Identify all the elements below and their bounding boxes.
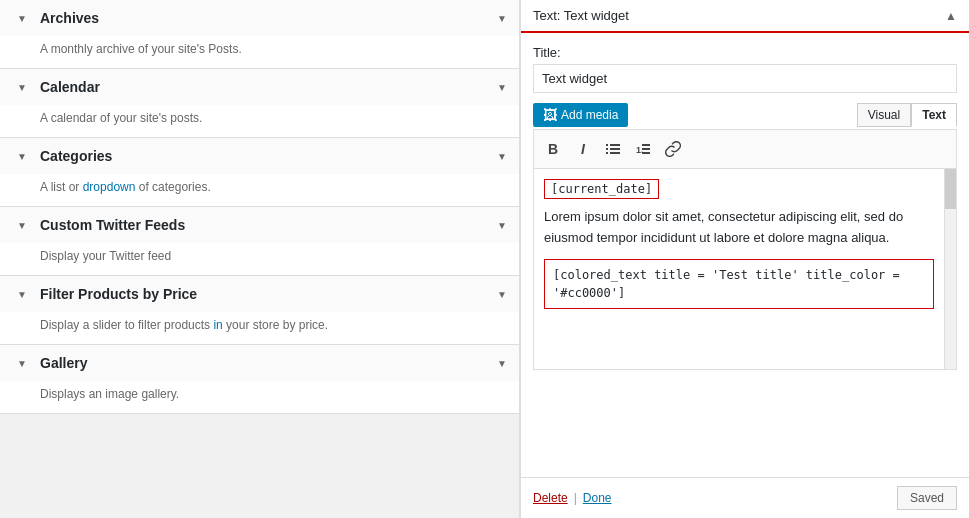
- chevron-left-icon: ▼: [12, 13, 32, 24]
- widget-custom-twitter-feeds: ▼ Custom Twitter Feeds ▼ Display your Tw…: [0, 207, 519, 276]
- link-button[interactable]: [660, 136, 686, 162]
- widget-categories-title: Categories: [40, 148, 497, 164]
- shortcode-current-date: [current_date]: [544, 179, 659, 199]
- saved-button[interactable]: Saved: [897, 486, 957, 510]
- svg-rect-5: [610, 152, 620, 154]
- chevron-left-icon: ▼: [12, 82, 32, 93]
- widget-editor-widget-name: Text widget: [564, 8, 629, 23]
- ordered-list-button[interactable]: 1.: [630, 136, 656, 162]
- widget-editor-header: Text: Text widget ▲: [521, 0, 969, 33]
- widget-categories: ▼ Categories ▼ A list or dropdown of cat…: [0, 138, 519, 207]
- format-toolbar: B I 1.: [533, 129, 957, 168]
- bold-button[interactable]: B: [540, 136, 566, 162]
- widget-archives-header[interactable]: ▼ Archives ▼: [0, 0, 519, 36]
- svg-rect-7: [642, 144, 650, 146]
- view-tabs: Visual Text: [857, 103, 957, 127]
- widget-gallery-header[interactable]: ▼ Gallery ▼: [0, 345, 519, 381]
- widget-archives-description: A monthly archive of your site's Posts.: [0, 36, 519, 68]
- widget-gallery-title: Gallery: [40, 355, 497, 371]
- widget-custom-twitter-feeds-title: Custom Twitter Feeds: [40, 217, 497, 233]
- widget-custom-twitter-feeds-description: Display your Twitter feed: [0, 243, 519, 275]
- chevron-right-icon: ▼: [497, 13, 507, 24]
- svg-rect-8: [642, 148, 650, 150]
- widget-editor-body: Title: 🖼 Add media Visual Text B I: [521, 33, 969, 477]
- widget-calendar: ▼ Calendar ▼ A calendar of your site's p…: [0, 69, 519, 138]
- editor-scrollbar[interactable]: [944, 169, 956, 369]
- editor-scroll-container: [current_date] Lorem ipsum dolor sit ame…: [534, 169, 956, 369]
- tab-text[interactable]: Text: [911, 103, 957, 127]
- widget-editor: Text: Text widget ▲ Title: 🖼 Add media V…: [520, 0, 969, 518]
- widget-categories-description: A list or dropdown of categories.: [0, 174, 519, 206]
- widget-archives: ▼ Archives ▼ A monthly archive of your s…: [0, 0, 519, 69]
- svg-rect-2: [606, 148, 608, 150]
- chevron-left-icon: ▼: [12, 289, 32, 300]
- chevron-left-icon: ▼: [12, 220, 32, 231]
- chevron-right-icon: ▼: [497, 289, 507, 300]
- title-field-label: Title:: [533, 45, 957, 60]
- chevron-right-icon: ▼: [497, 358, 507, 369]
- widget-filter-products-title: Filter Products by Price: [40, 286, 497, 302]
- svg-rect-0: [606, 144, 608, 146]
- tab-visual[interactable]: Visual: [857, 103, 911, 127]
- widget-gallery-description: Displays an image gallery.: [0, 381, 519, 413]
- done-link[interactable]: Done: [583, 491, 612, 505]
- widget-list: ▼ Archives ▼ A monthly archive of your s…: [0, 0, 520, 518]
- collapse-arrow-icon[interactable]: ▲: [945, 9, 957, 23]
- editor-text-area[interactable]: [current_date] Lorem ipsum dolor sit ame…: [534, 169, 944, 369]
- widget-editor-footer: Delete | Done Saved: [521, 477, 969, 518]
- widget-filter-products: ▼ Filter Products by Price ▼ Display a s…: [0, 276, 519, 345]
- widget-gallery: ▼ Gallery ▼ Displays an image gallery.: [0, 345, 519, 414]
- text-label: Text:: [533, 8, 560, 23]
- unordered-list-button[interactable]: [600, 136, 626, 162]
- widget-categories-header[interactable]: ▼ Categories ▼: [0, 138, 519, 174]
- widget-filter-products-header[interactable]: ▼ Filter Products by Price ▼: [0, 276, 519, 312]
- add-media-label: Add media: [561, 108, 618, 122]
- scrollbar-thumb[interactable]: [945, 169, 956, 209]
- svg-rect-1: [610, 144, 620, 146]
- widget-calendar-title: Calendar: [40, 79, 497, 95]
- chevron-left-icon: ▼: [12, 151, 32, 162]
- chevron-right-icon: ▼: [497, 82, 507, 93]
- lorem-text: Lorem ipsum dolor sit amet, consectetur …: [544, 207, 934, 249]
- svg-rect-4: [606, 152, 608, 154]
- italic-button[interactable]: I: [570, 136, 596, 162]
- delete-link[interactable]: Delete: [533, 491, 568, 505]
- editor-content-area[interactable]: [current_date] Lorem ipsum dolor sit ame…: [533, 168, 957, 370]
- chevron-right-icon: ▼: [497, 220, 507, 231]
- footer-separator: |: [574, 491, 577, 505]
- svg-rect-9: [642, 152, 650, 154]
- widget-calendar-description: A calendar of your site's posts.: [0, 105, 519, 137]
- widget-custom-twitter-feeds-header[interactable]: ▼ Custom Twitter Feeds ▼: [0, 207, 519, 243]
- add-media-button[interactable]: 🖼 Add media: [533, 103, 628, 127]
- chevron-right-icon: ▼: [497, 151, 507, 162]
- widget-calendar-header[interactable]: ▼ Calendar ▼: [0, 69, 519, 105]
- svg-rect-3: [610, 148, 620, 150]
- footer-links: Delete | Done: [533, 491, 612, 505]
- shortcode-colored-text: [colored_text title = 'Test title' title…: [544, 259, 934, 309]
- widget-archives-title: Archives: [40, 10, 497, 26]
- widget-editor-title-bar: Text: Text widget: [533, 8, 629, 23]
- media-toolbar: 🖼 Add media Visual Text: [533, 103, 957, 127]
- title-input[interactable]: [533, 64, 957, 93]
- chevron-left-icon: ▼: [12, 358, 32, 369]
- widget-filter-products-description: Display a slider to filter products in y…: [0, 312, 519, 344]
- image-icon: 🖼: [543, 107, 557, 123]
